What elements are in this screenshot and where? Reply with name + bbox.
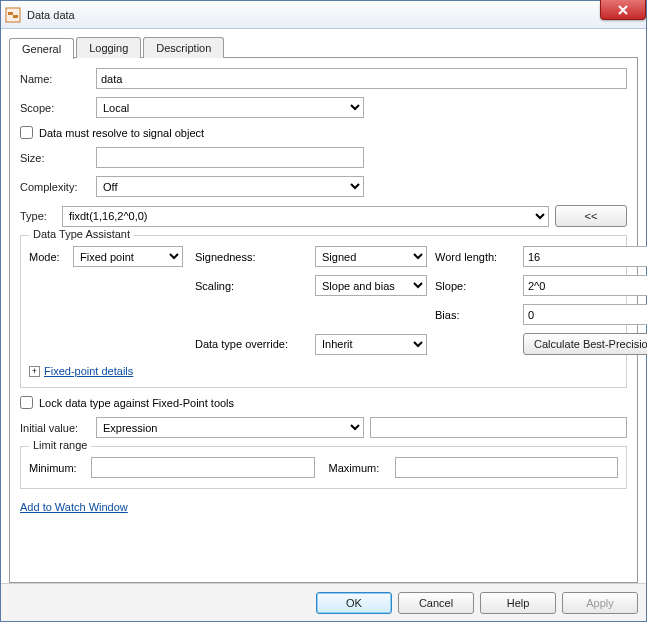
lock-datatype-checkbox[interactable]: [20, 396, 33, 409]
help-button[interactable]: Help: [480, 592, 556, 614]
tab-strip: General Logging Description: [9, 37, 638, 58]
lock-datatype-label: Lock data type against Fixed-Point tools: [39, 397, 234, 409]
bias-label: Bias:: [435, 309, 519, 321]
titlebar: Data data: [1, 1, 646, 29]
initial-value-mode-select[interactable]: Expression: [96, 417, 364, 438]
data-type-assistant-group: Data Type Assistant Mode: Fixed point Si…: [20, 235, 627, 388]
limit-range-title: Limit range: [29, 439, 91, 451]
stateflow-data-icon: [5, 7, 21, 23]
slope-input[interactable]: [523, 275, 647, 296]
scaling-label: Scaling:: [195, 280, 311, 292]
scope-label: Scope:: [20, 102, 90, 114]
mode-select[interactable]: Fixed point: [73, 246, 183, 267]
signedness-select[interactable]: Signed: [315, 246, 427, 267]
svg-rect-2: [13, 15, 18, 18]
dialog-footer: OK Cancel Help Apply: [1, 583, 646, 621]
initial-value-label: Initial value:: [20, 422, 90, 434]
limit-range-group: Limit range Minimum: Maximum:: [20, 446, 627, 489]
type-select[interactable]: fixdt(1,16,2^0,0): [62, 206, 549, 227]
ok-button[interactable]: OK: [316, 592, 392, 614]
size-input[interactable]: [96, 147, 364, 168]
override-label: Data type override:: [195, 338, 311, 350]
name-input[interactable]: [96, 68, 627, 89]
calculate-scaling-button[interactable]: Calculate Best-Precision Scaling: [523, 333, 647, 355]
initial-value-input[interactable]: [370, 417, 627, 438]
tab-logging[interactable]: Logging: [76, 37, 141, 58]
apply-button[interactable]: Apply: [562, 592, 638, 614]
scaling-select[interactable]: Slope and bias: [315, 275, 427, 296]
type-assistant-toggle-button[interactable]: <<: [555, 205, 627, 227]
close-icon: [617, 4, 629, 16]
window-title: Data data: [27, 9, 75, 21]
complexity-select[interactable]: Off: [96, 176, 364, 197]
data-type-assistant-title: Data Type Assistant: [29, 228, 134, 240]
expand-fixed-point-icon[interactable]: +: [29, 366, 40, 377]
resolve-signal-checkbox[interactable]: [20, 126, 33, 139]
mode-label: Mode:: [29, 251, 69, 263]
scope-select[interactable]: Local: [96, 97, 364, 118]
type-label: Type:: [20, 210, 56, 222]
resolve-signal-label: Data must resolve to signal object: [39, 127, 204, 139]
tab-panel-general: Name: Scope: Local Data must resolve to …: [9, 57, 638, 583]
add-to-watch-link[interactable]: Add to Watch Window: [20, 501, 128, 513]
wordlength-label: Word length:: [435, 251, 519, 263]
wordlength-input[interactable]: [523, 246, 647, 267]
svg-rect-1: [8, 12, 13, 15]
tab-description[interactable]: Description: [143, 37, 224, 58]
tab-general[interactable]: General: [9, 38, 74, 59]
dialog-window: Data data General Logging Description Na…: [0, 0, 647, 622]
minimum-label: Minimum:: [29, 462, 85, 474]
slope-label: Slope:: [435, 280, 519, 292]
minimum-input[interactable]: [91, 457, 315, 478]
maximum-label: Maximum:: [329, 462, 389, 474]
bias-input[interactable]: [523, 304, 647, 325]
close-button[interactable]: [600, 0, 646, 20]
size-label: Size:: [20, 152, 90, 164]
override-select[interactable]: Inherit: [315, 334, 427, 355]
complexity-label: Complexity:: [20, 181, 90, 193]
maximum-input[interactable]: [395, 457, 619, 478]
cancel-button[interactable]: Cancel: [398, 592, 474, 614]
signedness-label: Signedness:: [195, 251, 311, 263]
name-label: Name:: [20, 73, 90, 85]
fixed-point-details-link[interactable]: Fixed-point details: [44, 365, 133, 377]
content-area: General Logging Description Name: Scope:…: [1, 29, 646, 583]
